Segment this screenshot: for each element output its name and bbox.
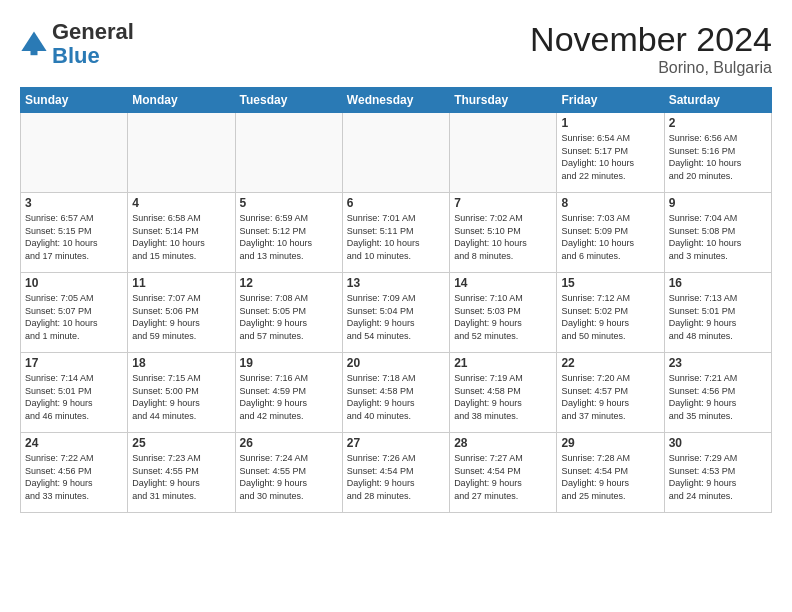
day-cell: 24Sunrise: 7:22 AM Sunset: 4:56 PM Dayli… [21, 433, 128, 513]
day-info: Sunrise: 7:13 AM Sunset: 5:01 PM Dayligh… [669, 292, 767, 342]
day-number: 25 [132, 436, 230, 450]
day-number: 15 [561, 276, 659, 290]
calendar-table: SundayMondayTuesdayWednesdayThursdayFrid… [20, 87, 772, 513]
day-number: 5 [240, 196, 338, 210]
day-info: Sunrise: 7:28 AM Sunset: 4:54 PM Dayligh… [561, 452, 659, 502]
day-number: 17 [25, 356, 123, 370]
day-number: 8 [561, 196, 659, 210]
day-info: Sunrise: 7:23 AM Sunset: 4:55 PM Dayligh… [132, 452, 230, 502]
day-info: Sunrise: 7:27 AM Sunset: 4:54 PM Dayligh… [454, 452, 552, 502]
day-cell: 27Sunrise: 7:26 AM Sunset: 4:54 PM Dayli… [342, 433, 449, 513]
day-cell: 3Sunrise: 6:57 AM Sunset: 5:15 PM Daylig… [21, 193, 128, 273]
day-cell: 15Sunrise: 7:12 AM Sunset: 5:02 PM Dayli… [557, 273, 664, 353]
day-cell: 23Sunrise: 7:21 AM Sunset: 4:56 PM Dayli… [664, 353, 771, 433]
day-cell: 4Sunrise: 6:58 AM Sunset: 5:14 PM Daylig… [128, 193, 235, 273]
day-cell: 1Sunrise: 6:54 AM Sunset: 5:17 PM Daylig… [557, 113, 664, 193]
day-number: 7 [454, 196, 552, 210]
day-number: 26 [240, 436, 338, 450]
day-number: 27 [347, 436, 445, 450]
day-cell: 9Sunrise: 7:04 AM Sunset: 5:08 PM Daylig… [664, 193, 771, 273]
page: General Blue November 2024 Borino, Bulga… [0, 0, 792, 523]
day-number: 29 [561, 436, 659, 450]
col-header-wednesday: Wednesday [342, 88, 449, 113]
day-number: 12 [240, 276, 338, 290]
day-number: 23 [669, 356, 767, 370]
svg-marker-0 [21, 32, 46, 52]
day-info: Sunrise: 7:18 AM Sunset: 4:58 PM Dayligh… [347, 372, 445, 422]
day-info: Sunrise: 7:12 AM Sunset: 5:02 PM Dayligh… [561, 292, 659, 342]
day-cell: 6Sunrise: 7:01 AM Sunset: 5:11 PM Daylig… [342, 193, 449, 273]
day-cell [450, 113, 557, 193]
day-cell: 19Sunrise: 7:16 AM Sunset: 4:59 PM Dayli… [235, 353, 342, 433]
week-row-2: 3Sunrise: 6:57 AM Sunset: 5:15 PM Daylig… [21, 193, 772, 273]
day-number: 30 [669, 436, 767, 450]
day-info: Sunrise: 7:08 AM Sunset: 5:05 PM Dayligh… [240, 292, 338, 342]
day-cell: 13Sunrise: 7:09 AM Sunset: 5:04 PM Dayli… [342, 273, 449, 353]
day-info: Sunrise: 7:14 AM Sunset: 5:01 PM Dayligh… [25, 372, 123, 422]
week-row-3: 10Sunrise: 7:05 AM Sunset: 5:07 PM Dayli… [21, 273, 772, 353]
day-number: 9 [669, 196, 767, 210]
day-number: 22 [561, 356, 659, 370]
week-row-5: 24Sunrise: 7:22 AM Sunset: 4:56 PM Dayli… [21, 433, 772, 513]
day-cell [21, 113, 128, 193]
col-header-thursday: Thursday [450, 88, 557, 113]
day-cell: 2Sunrise: 6:56 AM Sunset: 5:16 PM Daylig… [664, 113, 771, 193]
day-number: 24 [25, 436, 123, 450]
day-cell: 8Sunrise: 7:03 AM Sunset: 5:09 PM Daylig… [557, 193, 664, 273]
day-cell: 26Sunrise: 7:24 AM Sunset: 4:55 PM Dayli… [235, 433, 342, 513]
day-info: Sunrise: 7:16 AM Sunset: 4:59 PM Dayligh… [240, 372, 338, 422]
day-cell: 29Sunrise: 7:28 AM Sunset: 4:54 PM Dayli… [557, 433, 664, 513]
day-cell: 21Sunrise: 7:19 AM Sunset: 4:58 PM Dayli… [450, 353, 557, 433]
day-cell: 20Sunrise: 7:18 AM Sunset: 4:58 PM Dayli… [342, 353, 449, 433]
col-header-sunday: Sunday [21, 88, 128, 113]
day-number: 4 [132, 196, 230, 210]
col-header-tuesday: Tuesday [235, 88, 342, 113]
day-info: Sunrise: 7:21 AM Sunset: 4:56 PM Dayligh… [669, 372, 767, 422]
day-info: Sunrise: 7:03 AM Sunset: 5:09 PM Dayligh… [561, 212, 659, 262]
day-cell: 11Sunrise: 7:07 AM Sunset: 5:06 PM Dayli… [128, 273, 235, 353]
logo-text: General Blue [52, 20, 134, 68]
day-info: Sunrise: 6:59 AM Sunset: 5:12 PM Dayligh… [240, 212, 338, 262]
week-row-4: 17Sunrise: 7:14 AM Sunset: 5:01 PM Dayli… [21, 353, 772, 433]
month-title: November 2024 [530, 20, 772, 59]
day-info: Sunrise: 7:09 AM Sunset: 5:04 PM Dayligh… [347, 292, 445, 342]
title-block: November 2024 Borino, Bulgaria [530, 20, 772, 77]
day-number: 20 [347, 356, 445, 370]
day-cell: 30Sunrise: 7:29 AM Sunset: 4:53 PM Dayli… [664, 433, 771, 513]
day-number: 10 [25, 276, 123, 290]
day-info: Sunrise: 6:54 AM Sunset: 5:17 PM Dayligh… [561, 132, 659, 182]
day-cell: 16Sunrise: 7:13 AM Sunset: 5:01 PM Dayli… [664, 273, 771, 353]
day-cell [342, 113, 449, 193]
day-info: Sunrise: 6:56 AM Sunset: 5:16 PM Dayligh… [669, 132, 767, 182]
day-cell: 17Sunrise: 7:14 AM Sunset: 5:01 PM Dayli… [21, 353, 128, 433]
day-info: Sunrise: 7:07 AM Sunset: 5:06 PM Dayligh… [132, 292, 230, 342]
logo-blue: Blue [52, 43, 100, 68]
logo: General Blue [20, 20, 134, 68]
day-number: 2 [669, 116, 767, 130]
day-info: Sunrise: 7:10 AM Sunset: 5:03 PM Dayligh… [454, 292, 552, 342]
day-number: 6 [347, 196, 445, 210]
day-number: 19 [240, 356, 338, 370]
day-info: Sunrise: 7:24 AM Sunset: 4:55 PM Dayligh… [240, 452, 338, 502]
day-info: Sunrise: 7:29 AM Sunset: 4:53 PM Dayligh… [669, 452, 767, 502]
day-cell: 22Sunrise: 7:20 AM Sunset: 4:57 PM Dayli… [557, 353, 664, 433]
day-cell: 5Sunrise: 6:59 AM Sunset: 5:12 PM Daylig… [235, 193, 342, 273]
day-cell: 18Sunrise: 7:15 AM Sunset: 5:00 PM Dayli… [128, 353, 235, 433]
day-number: 18 [132, 356, 230, 370]
day-info: Sunrise: 7:22 AM Sunset: 4:56 PM Dayligh… [25, 452, 123, 502]
day-info: Sunrise: 6:58 AM Sunset: 5:14 PM Dayligh… [132, 212, 230, 262]
logo-general: General [52, 19, 134, 44]
day-number: 14 [454, 276, 552, 290]
day-cell: 25Sunrise: 7:23 AM Sunset: 4:55 PM Dayli… [128, 433, 235, 513]
day-cell [128, 113, 235, 193]
day-info: Sunrise: 6:57 AM Sunset: 5:15 PM Dayligh… [25, 212, 123, 262]
day-number: 1 [561, 116, 659, 130]
day-info: Sunrise: 7:26 AM Sunset: 4:54 PM Dayligh… [347, 452, 445, 502]
day-number: 11 [132, 276, 230, 290]
day-info: Sunrise: 7:02 AM Sunset: 5:10 PM Dayligh… [454, 212, 552, 262]
location: Borino, Bulgaria [530, 59, 772, 77]
day-number: 16 [669, 276, 767, 290]
day-number: 21 [454, 356, 552, 370]
day-cell: 28Sunrise: 7:27 AM Sunset: 4:54 PM Dayli… [450, 433, 557, 513]
col-header-saturday: Saturday [664, 88, 771, 113]
